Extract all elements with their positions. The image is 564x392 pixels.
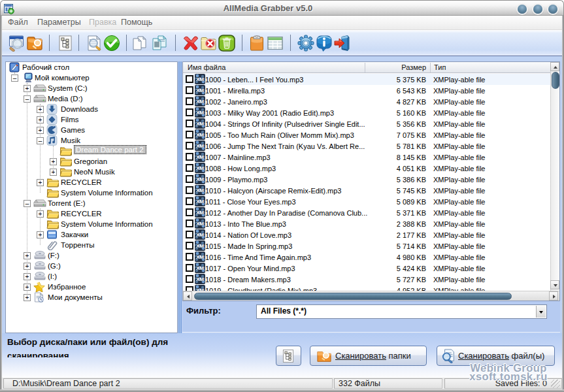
svg-text:XM: XM	[196, 165, 204, 171]
svg-text:XM: XM	[196, 243, 204, 249]
svg-text:XM: XM	[196, 110, 204, 116]
svg-text:XM: XM	[196, 132, 204, 138]
svg-text:XM: XM	[196, 76, 204, 82]
svg-text:XM: XM	[196, 254, 204, 260]
svg-text:XM: XM	[196, 154, 204, 160]
svg-text:XM: XM	[196, 176, 204, 182]
svg-text:XM: XM	[196, 199, 204, 204]
svg-text:XM: XM	[196, 221, 204, 227]
svg-text:XM: XM	[196, 276, 204, 282]
svg-text:XM: XM	[196, 188, 204, 193]
svg-text:XM: XM	[196, 99, 204, 105]
svg-text:XM: XM	[196, 232, 204, 238]
svg-text:XM: XM	[196, 143, 204, 149]
svg-text:XM: XM	[196, 265, 204, 271]
svg-text:XM: XM	[196, 121, 204, 127]
svg-text:XM: XM	[196, 210, 204, 216]
svg-text:XM: XM	[196, 88, 204, 93]
